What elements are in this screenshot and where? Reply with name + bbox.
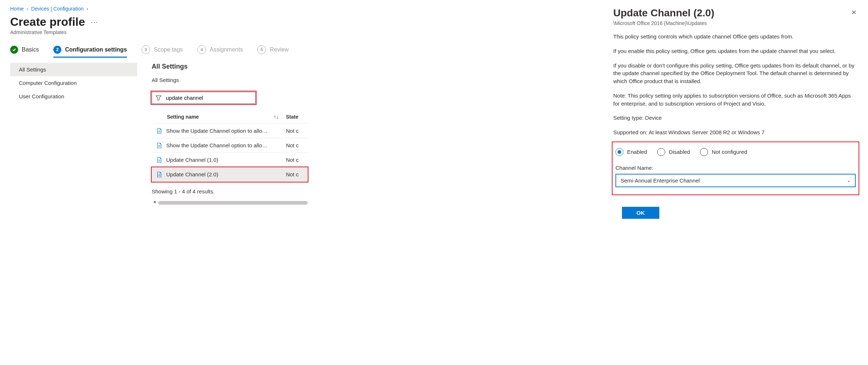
channel-name-select[interactable]: Semi-Annual Enterprise Channel ⌄ xyxy=(615,174,856,187)
step-label: Assignments xyxy=(210,46,243,53)
step-number-icon: 4 xyxy=(197,45,206,54)
radio-label: Enabled xyxy=(627,149,647,155)
results-count: Showing 1 - 4 of 4 results. xyxy=(152,188,308,194)
horizontal-scrollbar[interactable] xyxy=(158,201,308,205)
step-label: Configuration settings xyxy=(65,46,127,53)
setting-name: Show the Update Channel option to allo… xyxy=(166,128,286,134)
step-configuration-settings[interactable]: 2 Configuration settings xyxy=(53,46,127,58)
breadcrumb-home[interactable]: Home xyxy=(10,6,24,12)
settings-grid: Setting name ↑↓ State Show the Update Ch… xyxy=(152,110,308,182)
filter-box[interactable] xyxy=(152,92,255,104)
sort-icon[interactable]: ↑↓ xyxy=(274,114,279,120)
settings-sidebar: All Settings Computer Configuration User… xyxy=(10,63,137,205)
step-number-icon: 3 xyxy=(142,45,150,54)
detail-panel: Update Channel (2.0) \Microsoft Office 2… xyxy=(603,0,868,365)
document-icon xyxy=(157,172,162,177)
select-value: Semi-Annual Enterprise Channel xyxy=(621,177,700,184)
document-icon xyxy=(157,143,162,148)
setting-state: Not c xyxy=(286,157,308,163)
page-title: Create profile xyxy=(10,15,85,29)
sidebar-item-all-settings[interactable]: All Settings xyxy=(10,63,137,76)
settings-heading: All Settings xyxy=(152,63,308,70)
step-review[interactable]: 5 Review xyxy=(257,45,288,54)
step-number-icon: 5 xyxy=(257,45,266,54)
radio-icon xyxy=(700,148,708,156)
column-setting-name[interactable]: Setting name xyxy=(152,114,274,120)
grid-header: Setting name ↑↓ State xyxy=(152,110,308,124)
setting-state: Not c xyxy=(286,128,308,134)
panel-description: This policy setting controls which updat… xyxy=(613,33,858,41)
radio-disabled[interactable]: Disabled xyxy=(657,148,690,156)
panel-path: \Microsoft Office 2016 (Machine)\Updates xyxy=(613,20,714,26)
radio-enabled[interactable]: Enabled xyxy=(615,148,647,156)
step-assignments[interactable]: 4 Assignments xyxy=(197,45,243,54)
table-row[interactable]: Show the Update Channel option to allo… … xyxy=(152,138,308,153)
table-row[interactable]: Update Channel (2.0) Not c xyxy=(152,167,308,182)
step-label: Review xyxy=(270,46,288,53)
chevron-right-icon: › xyxy=(86,6,88,12)
step-basics[interactable]: Basics xyxy=(10,46,39,54)
setting-name: Update Channel (1.0) xyxy=(166,157,286,163)
step-scope-tags[interactable]: 3 Scope tags xyxy=(142,45,183,54)
wizard-steps: Basics 2 Configuration settings 3 Scope … xyxy=(10,45,308,54)
step-label: Scope tags xyxy=(154,46,183,53)
radio-not-configured[interactable]: Not configured xyxy=(700,148,747,156)
check-icon xyxy=(10,46,18,54)
settings-subheading: All Settings xyxy=(152,77,308,83)
chevron-down-icon: ⌄ xyxy=(847,178,851,183)
state-radio-group: Enabled Disabled Not configured Channel … xyxy=(613,143,858,194)
radio-label: Not configured xyxy=(712,149,747,155)
radio-icon xyxy=(657,148,665,156)
sidebar-item-computer-configuration[interactable]: Computer Configuration xyxy=(10,76,137,90)
setting-name: Show the Update Channel option to allo… xyxy=(166,142,286,148)
setting-type: Setting type: Device xyxy=(613,114,858,122)
radio-label: Disabled xyxy=(669,149,690,155)
setting-state: Not c xyxy=(286,171,308,177)
setting-state: Not c xyxy=(286,142,308,148)
channel-name-label: Channel Name: xyxy=(615,165,856,171)
ok-button[interactable]: OK xyxy=(622,207,659,219)
table-row[interactable]: Update Channel (1.0) Not c xyxy=(152,153,308,167)
more-icon[interactable]: ⋯ xyxy=(91,18,99,26)
table-row[interactable]: Show the Update Channel option to allo… … xyxy=(152,124,308,138)
filter-input[interactable] xyxy=(165,94,251,101)
panel-title: Update Channel (2.0) xyxy=(613,7,714,19)
panel-description: If you enable this policy setting, Offic… xyxy=(613,47,858,55)
document-icon xyxy=(157,157,162,163)
panel-description: Note: This policy setting only applies t… xyxy=(613,92,858,108)
chevron-right-icon: › xyxy=(26,6,28,12)
radio-icon xyxy=(615,148,623,156)
breadcrumb: Home › Devices | Configuration › xyxy=(10,6,308,12)
supported-on: Supported on: At least Windows Server 20… xyxy=(613,128,858,136)
close-icon[interactable]: ✕ xyxy=(850,7,858,18)
breadcrumb-devices[interactable]: Devices | Configuration xyxy=(31,6,83,12)
filter-icon xyxy=(156,95,161,101)
column-state[interactable]: State xyxy=(286,114,308,120)
setting-name: Update Channel (2.0) xyxy=(166,171,286,177)
page-subtitle: Administrative Templates xyxy=(10,29,308,35)
step-number-icon: 2 xyxy=(53,46,61,54)
sidebar-item-user-configuration[interactable]: User Configuration xyxy=(10,90,137,103)
step-label: Basics xyxy=(22,46,39,53)
panel-description: If you disable or don't configure this p… xyxy=(613,62,858,85)
document-icon xyxy=(157,128,162,134)
